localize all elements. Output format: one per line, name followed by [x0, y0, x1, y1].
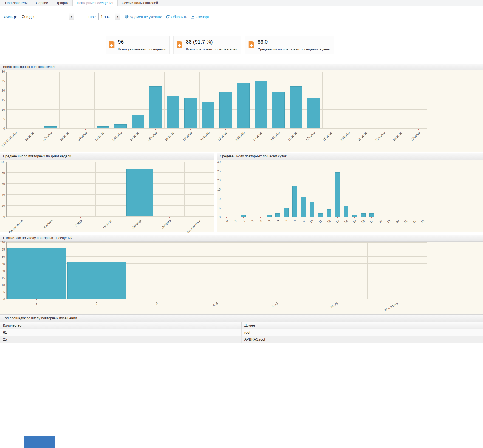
gridline	[322, 72, 323, 128]
gridline	[427, 242, 427, 299]
y-axis-label: 100	[0, 160, 5, 163]
bar	[44, 126, 57, 128]
export-link[interactable]: Экспорт	[191, 15, 209, 19]
chart-repeat-visit-stats: 05101520253035401234..56..1011..2021 и б…	[0, 242, 483, 314]
gridline	[222, 199, 427, 199]
gridline	[287, 72, 287, 128]
tab-service[interactable]: Сервис	[32, 0, 52, 6]
axis-tick	[414, 217, 414, 218]
column-header-count[interactable]: Количество	[0, 322, 242, 329]
axis-tick	[313, 129, 313, 130]
gridline	[375, 72, 375, 128]
document-plus-icon	[176, 41, 183, 48]
step-label: Шаг:	[88, 15, 96, 19]
y-axis-label: 35	[0, 248, 5, 251]
axis-tick	[190, 129, 191, 130]
axis-tick	[312, 217, 312, 218]
tab-user-sessions[interactable]: Сессии пользователей	[118, 0, 162, 6]
gridline	[199, 72, 200, 128]
bar	[352, 215, 357, 217]
refresh-link[interactable]: Обновить	[166, 15, 187, 19]
axis-tick	[277, 299, 277, 300]
axis-tick	[286, 217, 286, 218]
y-axis-label: 60	[0, 182, 5, 185]
y-axis-label: 20	[0, 204, 5, 207]
y-axis-label: 5	[0, 117, 5, 121]
tab-repeat-visits[interactable]: Повторные посещения	[73, 0, 118, 6]
document-plus-icon	[109, 41, 115, 48]
gridline	[340, 72, 340, 128]
step-select[interactable]: 1 час ▼	[98, 13, 120, 20]
globe-icon	[125, 15, 129, 19]
axis-tick	[418, 129, 419, 130]
gridline	[182, 72, 182, 128]
tab-traffic[interactable]: Трафик	[52, 0, 73, 6]
axis-tick	[371, 217, 372, 218]
partial-blue-element	[24, 436, 55, 448]
axis-tick	[208, 129, 208, 130]
bar	[114, 124, 127, 128]
chevron-down-icon[interactable]: ▼	[115, 13, 120, 20]
tab-users[interactable]: Пользователи	[1, 0, 32, 6]
axis-tick	[155, 129, 156, 130]
gridline	[7, 128, 427, 129]
axis-tick	[85, 129, 86, 130]
bar	[132, 115, 144, 128]
axis-tick	[366, 129, 366, 130]
panel-avg-by-weekday: Среднее число повторных по дням недели 0…	[0, 153, 214, 232]
axis-tick	[110, 217, 110, 218]
axis-tick	[33, 129, 33, 130]
gridline	[155, 162, 155, 216]
bar	[241, 215, 246, 217]
tab-bar: Пользователи Сервис Трафик Повторные пос…	[0, 0, 483, 6]
stat-label: Среднее число повторных посещений в день	[258, 47, 330, 51]
y-axis-label: 25	[0, 262, 5, 265]
bar	[318, 213, 323, 217]
step-select-value: 1 час	[99, 13, 115, 20]
axis-tick	[169, 217, 170, 218]
domain-link[interactable]: <Домен не указан>	[125, 15, 162, 19]
chevron-down-icon[interactable]: ▼	[69, 13, 74, 20]
gridline	[59, 72, 60, 128]
stat-card-repeat-users: 88 (91.7 %) Всего повторных пользователе…	[173, 36, 241, 54]
y-axis-label: 10	[217, 197, 221, 200]
filter-toolbar: Фильтр: Сегодня ▼ Шаг: 1 час ▼ <Домен не…	[0, 6, 483, 27]
gridline	[7, 183, 214, 184]
bar	[126, 169, 153, 216]
axis-tick	[295, 217, 295, 218]
stat-label: Всего уникальных посещений	[118, 47, 165, 51]
bar	[67, 262, 126, 299]
y-axis-label: 15	[0, 98, 5, 102]
gridline	[357, 72, 357, 128]
plot-area	[6, 162, 214, 217]
filter-select[interactable]: Сегодня ▼	[19, 13, 74, 20]
y-axis-label: 5	[0, 291, 5, 294]
gridline	[222, 162, 427, 162]
panel-avg-by-hour: Среднее число повторных по часам суток 0…	[217, 153, 483, 232]
summary-cards: 96 Всего уникальных посещений 88 (91.7 %…	[106, 36, 483, 54]
bar	[255, 81, 267, 128]
axis-tick	[21, 217, 21, 218]
axis-tick	[138, 129, 138, 130]
y-axis-label: 80	[0, 171, 5, 174]
bar	[290, 86, 302, 128]
bar	[307, 98, 320, 128]
y-axis-label: 20	[217, 178, 221, 182]
cell-count: 61	[0, 329, 242, 336]
axis-tick	[303, 217, 303, 218]
bar	[292, 186, 297, 217]
axis-tick	[80, 217, 81, 218]
axis-tick	[173, 129, 173, 130]
domain-link-label: <Домен не указан>	[130, 15, 162, 19]
y-axis-label: 0	[217, 216, 221, 219]
gridline	[7, 242, 7, 299]
table-row[interactable]: 25 APBRAS.root	[0, 336, 483, 343]
axis-tick	[199, 217, 199, 218]
gridline	[392, 72, 392, 128]
table-row[interactable]: 61 root	[0, 329, 483, 336]
gridline	[127, 242, 127, 299]
axis-tick	[401, 129, 401, 130]
gridline	[7, 205, 214, 206]
gridline	[129, 72, 129, 128]
gridline	[222, 171, 427, 171]
